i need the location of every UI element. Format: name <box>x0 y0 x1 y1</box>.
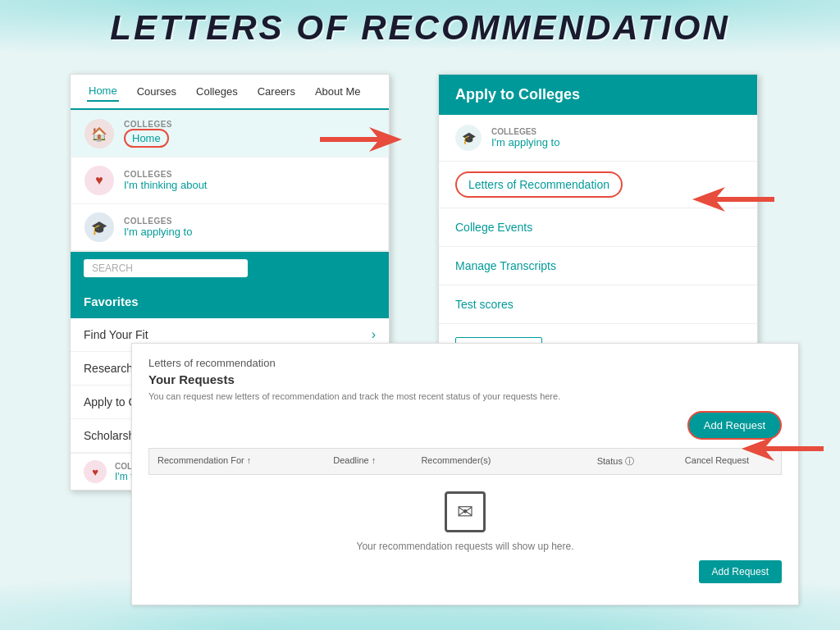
email-icon: ✉ <box>445 491 486 532</box>
dropdown-item3-label: COLLEGES <box>124 217 375 226</box>
lor-bottom-section: Letters of recommendation Your Requests … <box>131 343 799 605</box>
right-test-scores[interactable]: Test scores <box>439 285 757 324</box>
lor-section-title: Letters of recommendation <box>148 357 782 369</box>
lor-description: You can request new letters of recommend… <box>148 391 782 401</box>
dropdown-item2-label: COLLEGES <box>124 170 375 179</box>
favorites-label: Favorites <box>84 294 139 308</box>
right-colleges-sublabel: I'm applying to <box>491 136 559 148</box>
chevron-icon: › <box>372 327 376 342</box>
svg-marker-0 <box>320 127 402 152</box>
dropdown-item3-sublabel: I'm applying to <box>124 226 375 238</box>
arrow-add-request <box>742 436 824 464</box>
manage-transcripts-link[interactable]: Manage Transcripts <box>455 259 556 272</box>
nav-aboutme[interactable]: About Me <box>313 82 363 101</box>
grad-cap-icon: 🎓 <box>84 212 114 242</box>
add-request-button[interactable]: Add Request <box>687 411 782 440</box>
right-panel: Apply to Colleges 🎓 COLLEGES I'm applyin… <box>438 74 758 382</box>
nav-colleges[interactable]: Colleges <box>194 82 240 101</box>
apply-colleges-title: Apply to Colleges <box>455 86 580 103</box>
grad-icon-right: 🎓 <box>455 125 482 151</box>
lor-your-requests: Your Requests <box>148 372 782 386</box>
heart-icon: ♥ <box>84 166 114 195</box>
arrow-colleges-home <box>320 127 402 155</box>
heart-icon-bottom: ♥ <box>84 460 107 483</box>
search-input[interactable]: SEARCH <box>84 259 248 277</box>
dropdown-colleges-thinking[interactable]: ♥ COLLEGES I'm thinking about <box>71 158 388 204</box>
page-title: LETTERS OF RECOMMENDATION <box>0 8 840 48</box>
right-panel-colleges-item[interactable]: 🎓 COLLEGES I'm applying to <box>439 115 757 162</box>
col-rec-for: Recommendation For ↑ <box>158 455 333 468</box>
right-transcripts[interactable]: Manage Transcripts <box>439 247 757 285</box>
nav-courses[interactable]: Courses <box>135 82 178 101</box>
dropdown-colleges-applying[interactable]: 🎓 COLLEGES I'm applying to <box>71 204 388 251</box>
favorites-banner: Favorites <box>71 285 389 318</box>
empty-state: ✉ Your recommendation requests will show… <box>148 475 782 591</box>
lor-toolbar: Add Request <box>148 411 782 440</box>
col-recommenders: Recommender(s) <box>421 455 596 468</box>
right-colleges-label: COLLEGES <box>491 127 559 136</box>
lor-link[interactable]: Letters of Recommendation <box>455 171 623 198</box>
menu-find-fit-label: Find Your Fit <box>84 328 148 341</box>
svg-marker-2 <box>742 436 824 461</box>
dropdown-item2-sublabel: I'm thinking about <box>124 179 375 191</box>
arrow-lor <box>692 187 774 215</box>
right-panel-header: Apply to Colleges <box>439 75 757 115</box>
nav-home[interactable]: Home <box>87 81 119 102</box>
test-scores-link[interactable]: Test scores <box>455 298 514 311</box>
house-icon: 🏠 <box>84 119 114 148</box>
nav-bar: Home Courses Colleges Careers About Me <box>71 75 389 110</box>
table-header: Recommendation For ↑ Deadline ↑ Recommen… <box>148 448 782 475</box>
svg-marker-1 <box>692 187 774 212</box>
col-status: Status ⓘ <box>597 455 685 468</box>
empty-state-text: Your recommendation requests will show u… <box>356 541 573 552</box>
add-request-button-2[interactable]: Add Request <box>699 560 782 583</box>
col-deadline: Deadline ↑ <box>333 455 421 468</box>
search-row: SEARCH <box>71 252 389 285</box>
college-events-link[interactable]: College Events <box>455 221 532 234</box>
nav-careers[interactable]: Careers <box>256 82 297 101</box>
colleges-home-highlight: Home <box>124 129 169 148</box>
